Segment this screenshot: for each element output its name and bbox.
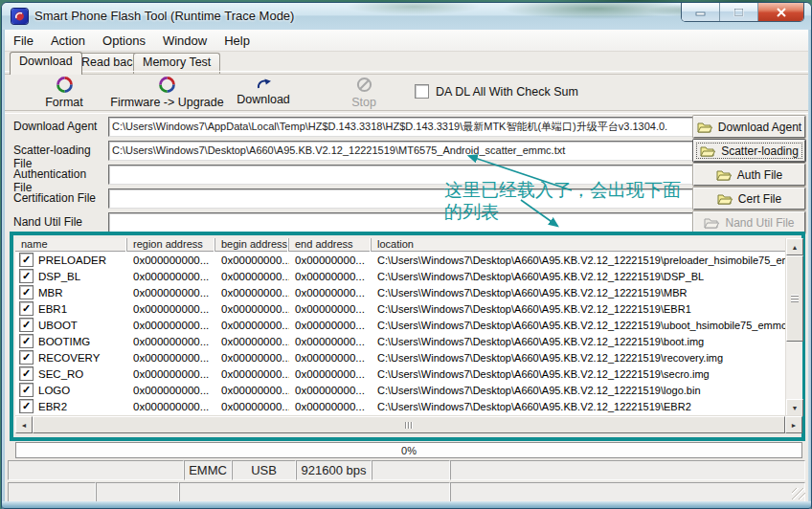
file-location: C:\Users\Windows7\Desktop\A660\A95.KB.V2…: [372, 271, 786, 282]
app-window: Smart Phone Flash Tool (Runtime Trace Mo…: [1, 2, 812, 509]
table-rows: PRELOADER 0x000000000... 0x00000000... 0…: [15, 252, 786, 416]
vertical-scrollbar[interactable]: ▲ ▼: [785, 238, 802, 416]
maximize-button[interactable]: [720, 3, 758, 21]
progress-bar: 0%: [15, 442, 802, 458]
format-button[interactable]: Format: [31, 77, 98, 109]
row-checkbox[interactable]: [19, 301, 34, 316]
table-row[interactable]: RECOVERY 0x000000000... 0x00000000... 0x…: [15, 349, 786, 365]
region-address: 0x000000000...: [127, 287, 215, 299]
title-bar[interactable]: Smart Phone Flash Tool (Runtime Trace Mo…: [2, 3, 811, 30]
region-address: 0x000000000...: [127, 303, 215, 315]
menu-window[interactable]: Window: [154, 31, 215, 51]
begin-address: 0x00000000...: [215, 320, 289, 331]
row-checkbox[interactable]: [19, 269, 34, 283]
vertical-scroll-thumb[interactable]: [786, 255, 803, 342]
end-address: 0x00000000...: [289, 385, 372, 396]
row-checkbox[interactable]: [19, 366, 34, 381]
row-checkbox[interactable]: [19, 383, 34, 397]
file-location: C:\Users\Windows7\Desktop\A660\A95.KB.V2…: [372, 303, 786, 315]
partition-name: BOOTIMG: [38, 336, 90, 347]
table-row[interactable]: UBOOT 0x000000000... 0x00000000... 0x000…: [15, 317, 786, 333]
table-row[interactable]: MBR 0x000000000... 0x00000000... 0x00000…: [15, 284, 786, 300]
file-location: C:\Users\Windows7\Desktop\A660\A95.KB.V2…: [372, 401, 786, 412]
col-location[interactable]: location: [372, 238, 786, 252]
menu-help[interactable]: Help: [215, 31, 259, 51]
download-agent-field[interactable]: C:\Users\Windows7\AppData\Local\Temp\HZ$…: [108, 117, 698, 137]
begin-address: 0x00000000...: [215, 368, 289, 380]
file-location: C:\Users\Windows7\Desktop\A660\A95.KB.V2…: [372, 385, 786, 396]
table-row[interactable]: EBR2 0x000000000... 0x00000000... 0x0000…: [15, 398, 786, 414]
window-title: Smart Phone Flash Tool (Runtime Trace Mo…: [34, 9, 294, 23]
col-name[interactable]: name: [15, 238, 127, 252]
horizontal-scroll-thumb[interactable]: [33, 416, 785, 433]
scroll-down-button[interactable]: ▼: [786, 399, 803, 416]
table-row[interactable]: PRELOADER 0x000000000... 0x00000000... 0…: [15, 252, 786, 268]
auth-file-button[interactable]: Auth File: [693, 164, 805, 186]
scatter-file-field[interactable]: C:\Users\Windows7\Desktop\A660\A95.KB.V2…: [108, 141, 698, 161]
scatter-loading-button[interactable]: Scatter-loading: [693, 140, 805, 162]
scroll-up-button[interactable]: ▲: [786, 238, 803, 255]
begin-address: 0x00000000...: [215, 401, 289, 412]
region-address: 0x000000000...: [127, 352, 215, 364]
region-address: 0x000000000...: [127, 385, 215, 396]
folder-icon: [717, 193, 733, 205]
row-checkbox[interactable]: [19, 350, 34, 365]
da-dl-checksum-checkbox[interactable]: [415, 84, 429, 99]
table-row[interactable]: DSP_BL 0x000000000... 0x00000000... 0x00…: [15, 268, 786, 284]
download-button[interactable]: Download: [230, 77, 297, 106]
caption-buttons: [682, 3, 803, 21]
table-row[interactable]: SEC_RO 0x000000000... 0x00000000... 0x00…: [15, 365, 786, 382]
nand-util-field[interactable]: [108, 212, 698, 232]
auth-file-field[interactable]: [108, 165, 698, 185]
close-button[interactable]: [758, 3, 803, 21]
end-address: 0x00000000...: [289, 320, 372, 331]
file-location: C:\Users\Windows7\Desktop\A660\A95.KB.V2…: [372, 336, 786, 347]
resize-grip[interactable]: [792, 488, 805, 499]
menu-file[interactable]: File: [5, 31, 42, 51]
col-begin-address[interactable]: begin address: [215, 238, 289, 252]
app-icon: [11, 9, 28, 24]
folder-icon: [704, 217, 719, 229]
status2-cell-1: [8, 482, 96, 502]
window-left-border: [2, 30, 5, 501]
table-row[interactable]: LOGO 0x000000000... 0x00000000... 0x0000…: [15, 382, 786, 398]
menu-action[interactable]: Action: [42, 31, 94, 51]
stop-button[interactable]: Stop: [332, 77, 395, 109]
partition-name: EBR1: [38, 303, 67, 315]
begin-address: 0x00000000...: [215, 287, 289, 299]
toolbar-separator: [5, 110, 808, 114]
row-checkbox[interactable]: [19, 285, 34, 299]
scroll-left-button[interactable]: ◄: [15, 416, 33, 433]
table-row[interactable]: BOOTIMG 0x000000000... 0x00000000... 0x0…: [15, 333, 786, 349]
cert-file-field[interactable]: [108, 188, 698, 209]
window-bottom-border: [2, 501, 811, 509]
table-row[interactable]: EBR1 0x000000000... 0x00000000... 0x0000…: [15, 300, 786, 317]
partition-name: PRELOADER: [38, 254, 106, 266]
download-agent-browse-button[interactable]: Download Agent: [693, 116, 805, 138]
scatter-file-label: Scatter-loading File: [13, 144, 107, 170]
row-checkbox[interactable]: [19, 253, 34, 267]
da-dl-checksum-label: DA DL All With Check Sum: [436, 85, 578, 99]
folder-icon: [697, 122, 712, 133]
region-address: 0x000000000...: [127, 336, 215, 347]
begin-address: 0x00000000...: [215, 336, 289, 347]
tab-download[interactable]: Download: [10, 52, 82, 75]
scroll-right-button[interactable]: ►: [785, 416, 802, 433]
begin-address: 0x00000000...: [215, 271, 289, 282]
cert-file-button[interactable]: Cert File: [693, 188, 805, 210]
row-checkbox[interactable]: [19, 334, 34, 348]
col-region-address[interactable]: region address: [127, 238, 215, 252]
horizontal-scrollbar[interactable]: ◄ ►: [15, 415, 802, 433]
partition-name: RECOVERY: [38, 352, 100, 364]
row-checkbox[interactable]: [19, 399, 34, 413]
menu-bar: File Action Options Window Help: [5, 30, 808, 52]
format-icon: [56, 77, 73, 93]
minimize-button[interactable]: [682, 3, 720, 21]
status-cell-empty-1: [8, 460, 184, 480]
partition-name: EBR2: [38, 401, 67, 412]
end-address: 0x00000000...: [289, 254, 372, 266]
col-end-address[interactable]: end address: [289, 238, 372, 252]
menu-options[interactable]: Options: [94, 31, 154, 51]
row-checkbox[interactable]: [19, 318, 34, 332]
firmware-upgrade-button[interactable]: Firmware -> Upgrade: [107, 77, 227, 109]
